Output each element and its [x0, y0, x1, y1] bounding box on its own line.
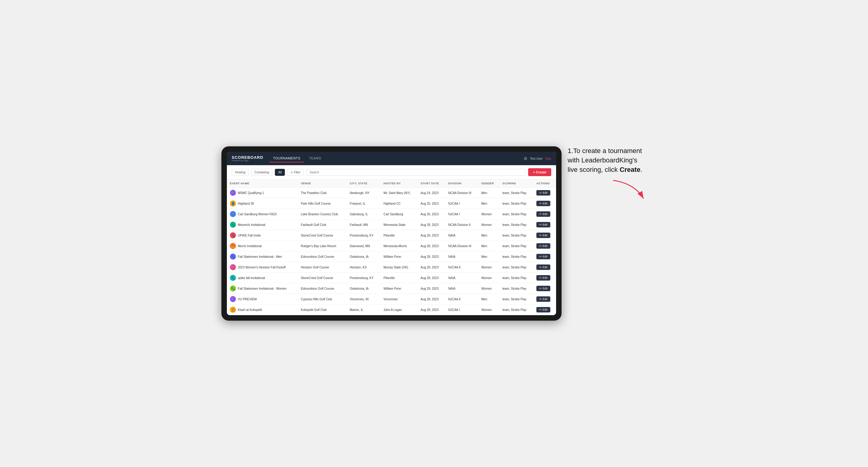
- table-row: 🐾 UPIKE Fall Invite StoneCrest Golf Cour…: [227, 230, 556, 241]
- edit-button[interactable]: ✏ Edit: [536, 275, 550, 281]
- table-row: 🏌 2023 Women's Hesston Fall Kickoff Hess…: [227, 262, 556, 273]
- venue-cell: Cypress Hills Golf Club: [298, 294, 347, 305]
- city-cell: Newburgh, NY: [347, 188, 380, 198]
- venue-cell: StoneCrest Golf Course: [298, 273, 347, 283]
- scoring-cell: team, Stroke Play: [499, 294, 533, 305]
- edit-button[interactable]: ✏ Edit: [536, 243, 550, 249]
- scoring-cell: team, Stroke Play: [499, 198, 533, 209]
- col-hosted-by: HOSTED BY: [380, 180, 417, 188]
- edit-button[interactable]: ✏ Edit: [536, 222, 550, 227]
- toolbar: Hosting Competing All ≡ Filter + Create: [227, 165, 556, 180]
- gender-cell: Women: [478, 273, 500, 283]
- hosted-by-cell: William Penn: [380, 283, 417, 294]
- event-name-cell: 🐾 Maverick Invitational: [227, 220, 298, 230]
- table-row: 🦊 Morris Invitational Ruttger's Bay Lake…: [227, 241, 556, 251]
- division-cell: NJCAA II: [445, 294, 478, 305]
- gender-cell: Women: [478, 305, 500, 315]
- scoring-cell: team, Stroke Play: [499, 251, 533, 262]
- hosted-by-cell: Highland CC: [380, 198, 417, 209]
- city-cell: Oskaloosa, IA: [347, 283, 380, 294]
- nav-logo-sub: Powered by clippr: [232, 159, 263, 161]
- nav-tab-tournaments[interactable]: TOURNAMENTS: [269, 155, 304, 162]
- event-name-cell: 🏌 Klash at Kokopelli: [227, 305, 298, 315]
- table-row: 🐾 upike fall invitational StoneCrest Gol…: [227, 273, 556, 283]
- start-date-cell: Aug 28, 2023: [417, 220, 445, 230]
- event-name-label: Morris Invitational: [238, 244, 261, 248]
- actions-cell: ✏ Edit: [533, 262, 556, 273]
- event-name-cell: 🏌 MSMC Qualifying 1: [227, 188, 298, 198]
- venue-cell: Faribault Golf Club: [298, 220, 347, 230]
- edit-button[interactable]: ✏ Edit: [536, 264, 550, 270]
- edit-button[interactable]: ✏ Edit: [536, 190, 550, 195]
- col-scoring: SCORING: [499, 180, 533, 188]
- venue-cell: Kokopelli Golf Club: [298, 305, 347, 315]
- hosted-by-cell: Minnesota-Morris: [380, 241, 417, 251]
- filter-icon: ≡: [291, 170, 292, 174]
- division-cell: NJCAA I: [445, 305, 478, 315]
- gender-cell: Men: [478, 251, 500, 262]
- venue-cell: Park Hills Golf Course: [298, 198, 347, 209]
- event-name-label: Carl Sandburg Women FA23: [238, 213, 277, 216]
- actions-cell: ✏ Edit: [533, 220, 556, 230]
- start-date-cell: Aug 24, 2023: [417, 188, 445, 198]
- start-date-cell: Aug 28, 2023: [417, 294, 445, 305]
- edit-button[interactable]: ✏ Edit: [536, 232, 550, 238]
- division-cell: NJCAA I: [445, 198, 478, 209]
- hosting-filter-button[interactable]: Hosting: [232, 169, 249, 176]
- gender-cell: Men: [478, 241, 500, 251]
- start-date-cell: Aug 28, 2023: [417, 305, 445, 315]
- table-row: 🏌 VU PREVIEW Cypress Hills Golf Club Vin…: [227, 294, 556, 305]
- scoring-cell: team, Stroke Play: [499, 209, 533, 220]
- edit-button[interactable]: ✏ Edit: [536, 297, 550, 302]
- edit-button[interactable]: ✏ Edit: [536, 211, 550, 217]
- event-name-label: MSMC Qualifying 1: [238, 191, 264, 195]
- division-cell: NCAA Division II: [445, 220, 478, 230]
- division-cell: NAIA: [445, 230, 478, 241]
- nav-tab-teams[interactable]: TEAMS: [305, 155, 325, 162]
- filter-label: Filter: [294, 170, 300, 174]
- all-filter-button[interactable]: All: [275, 169, 285, 176]
- actions-cell: ✏ Edit: [533, 305, 556, 315]
- signin-link[interactable]: Sign: [545, 157, 551, 160]
- event-name-cell: 🐾 UPIKE Fall Invite: [227, 230, 298, 241]
- edit-button[interactable]: ✏ Edit: [536, 307, 550, 312]
- nav-right: ⚙ Test User Sign: [524, 156, 551, 161]
- edit-button[interactable]: ✏ Edit: [536, 254, 550, 259]
- competing-filter-button[interactable]: Competing: [251, 169, 272, 176]
- actions-cell: ✏ Edit: [533, 209, 556, 220]
- venue-cell: Lake Bracken Country Club: [298, 209, 347, 220]
- actions-cell: ✏ Edit: [533, 283, 556, 294]
- col-event-name: EVENT NAME: [227, 180, 298, 188]
- venue-cell: Edmundson Golf Course: [298, 251, 347, 262]
- table-row: 🏌 Klash at Kokopelli Kokopelli Golf Club…: [227, 305, 556, 315]
- venue-cell: Hesston Golf Course: [298, 262, 347, 273]
- event-name-cell: 👤 Highland 36: [227, 198, 298, 209]
- gender-cell: Men: [478, 230, 500, 241]
- city-cell: Galesburg, IL: [347, 209, 380, 220]
- search-input[interactable]: [306, 169, 526, 176]
- actions-cell: ✏ Edit: [533, 294, 556, 305]
- create-button[interactable]: + Create: [528, 168, 551, 176]
- start-date-cell: Aug 28, 2023: [417, 262, 445, 273]
- edit-button[interactable]: ✏ Edit: [536, 286, 550, 291]
- edit-button[interactable]: ✏ Edit: [536, 201, 550, 206]
- gear-icon[interactable]: ⚙: [524, 156, 528, 161]
- actions-cell: ✏ Edit: [533, 251, 556, 262]
- event-name-cell: 🐾 Fall Statesmen Invitational - Men: [227, 251, 298, 262]
- start-date-cell: Aug 25, 2023: [417, 198, 445, 209]
- venue-cell: Ruttger's Bay Lake Resort: [298, 241, 347, 251]
- event-name-cell: 🏌 2023 Women's Hesston Fall Kickoff: [227, 262, 298, 273]
- hosted-by-cell: Carl Sandburg: [380, 209, 417, 220]
- event-name-cell: 🦊 Morris Invitational: [227, 241, 298, 251]
- filter-icon-button[interactable]: ≡ Filter: [287, 169, 304, 176]
- event-name-label: Klash at Kokopelli: [238, 308, 262, 312]
- city-cell: Freeport, IL: [347, 198, 380, 209]
- table-row: 🐾 Fall Statesmen Invitational - Men Edmu…: [227, 251, 556, 262]
- scoring-cell: team, Stroke Play: [499, 241, 533, 251]
- hosted-by-cell: Murray State (OK): [380, 262, 417, 273]
- gender-cell: Men: [478, 198, 500, 209]
- table-row: 👤 Highland 36 Park Hills Golf Course Fre…: [227, 198, 556, 209]
- col-venue: VENUE: [298, 180, 347, 188]
- tablet-frame: SCOREBOARD Powered by clippr TOURNAMENTS…: [221, 146, 562, 321]
- actions-cell: ✏ Edit: [533, 241, 556, 251]
